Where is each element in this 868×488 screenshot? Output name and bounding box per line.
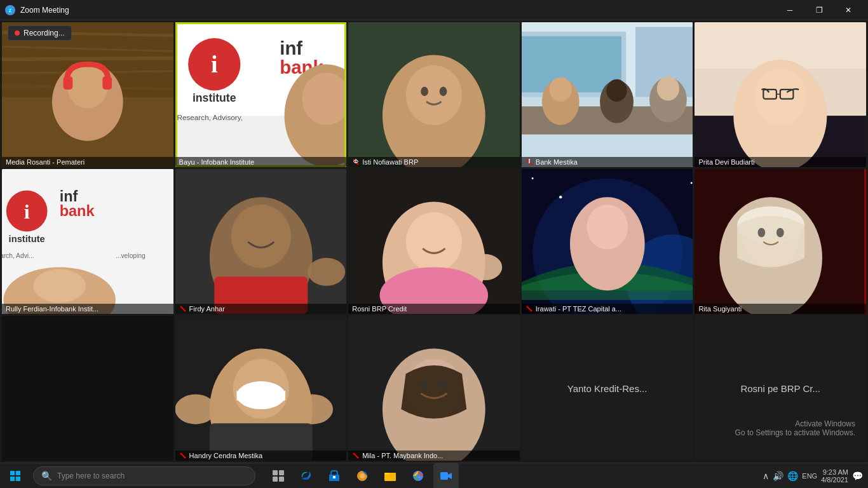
video-tile-10[interactable]: Rita Sugiyanti: [695, 169, 866, 314]
participant-name-10: Rita Sugiyanti: [698, 305, 742, 313]
video-tile-11[interactable]: Handry Cendra Mestika: [175, 316, 347, 461]
svg-point-99: [175, 395, 216, 424]
edge-browser-icon[interactable]: [294, 463, 319, 489]
chevron-up-icon[interactable]: ∧: [763, 471, 769, 481]
notification-icon[interactable]: 💬: [852, 471, 863, 481]
tile-label-8: Rosni BRP Credit: [348, 304, 520, 314]
video-tile-14[interactable]: Rosni pe BRP Cr...: [695, 316, 866, 461]
svg-point-28: [421, 86, 428, 96]
search-bar[interactable]: 🔍 Type here to search: [33, 466, 255, 485]
close-button[interactable]: ✕: [834, 0, 863, 20]
mute-icon-9: [526, 305, 533, 313]
system-clock[interactable]: 9:23 AM 4/8/2021: [821, 468, 848, 484]
files-icon[interactable]: [377, 463, 403, 489]
participant-name-13-display: Yanto Kredit-Res...: [567, 383, 648, 394]
svg-rect-114: [279, 470, 284, 475]
svg-point-100: [292, 395, 333, 424]
store-icon[interactable]: [322, 463, 347, 489]
svg-point-126: [416, 474, 420, 478]
mute-icon-4: [526, 158, 533, 166]
svg-rect-119: [333, 476, 336, 478]
svg-rect-112: [16, 477, 20, 481]
participant-name-14: Rosni pe BRP Cr...: [740, 383, 820, 394]
tile-label-11: Handry Cendra Mestika: [175, 451, 347, 461]
video-tile-5[interactable]: Prita Devi Budiarti: [695, 22, 866, 167]
recording-dot: [15, 30, 20, 36]
svg-text:Z: Z: [9, 8, 12, 13]
svg-line-102: [180, 453, 186, 458]
svg-line-108: [353, 453, 358, 458]
chrome-icon[interactable]: [405, 463, 431, 489]
clock-time: 9:23 AM: [821, 468, 848, 476]
zoom-taskbar-icon[interactable]: [433, 463, 459, 489]
svg-rect-110: [16, 471, 20, 475]
video-tile-2[interactable]: i inf bank institute Research, Advisory,…: [175, 22, 347, 167]
svg-point-71: [406, 212, 462, 272]
mute-icon-7: [179, 305, 187, 313]
task-view-icon[interactable]: [266, 463, 291, 489]
minimize-button[interactable]: ─: [775, 0, 804, 20]
video-tile-9[interactable]: Irawati - PT TEZ Capital a...: [522, 169, 693, 314]
tile-label-6: Rully Ferdian-Infobank Instit...: [2, 304, 173, 314]
network-icon[interactable]: 🌐: [787, 471, 798, 481]
svg-point-66: [308, 258, 345, 286]
svg-line-6: [2, 58, 173, 60]
svg-point-78: [531, 177, 533, 179]
maximize-button[interactable]: ❐: [804, 0, 834, 20]
svg-text:institute: institute: [9, 234, 45, 244]
svg-rect-88: [865, 169, 866, 314]
mute-icon-3: [352, 158, 360, 166]
titlebar-title: Zoom Meeting: [20, 6, 69, 15]
svg-point-106: [421, 380, 428, 390]
start-button[interactable]: [0, 463, 31, 489]
svg-rect-11: [64, 76, 73, 90]
video-tile-8[interactable]: Rosni BRP Credit: [348, 169, 520, 314]
svg-text:bank: bank: [60, 203, 95, 219]
svg-text:i: i: [211, 51, 218, 78]
svg-point-29: [440, 86, 447, 96]
video-tile-6[interactable]: i inf bank institute Research, Advi... .…: [2, 169, 173, 314]
svg-marker-128: [448, 473, 452, 479]
titlebar: Z Zoom Meeting ─ ❐ ✕: [0, 0, 868, 20]
svg-text:institute: institute: [193, 92, 236, 104]
tile-label-10: Rita Sugiyanti: [695, 304, 866, 314]
search-icon: 🔍: [41, 471, 52, 481]
svg-rect-123: [384, 473, 390, 475]
svg-point-121: [360, 473, 365, 478]
participant-name-4: Bank Mestika: [536, 158, 578, 166]
svg-rect-115: [273, 477, 278, 482]
speaker-icon[interactable]: 🔊: [773, 471, 783, 481]
participant-name-2: Bayu - Infobank Institute: [179, 158, 255, 166]
video-tile-4[interactable]: Bank Mestika: [522, 22, 693, 167]
participant-name-1: Media Rosanti - Pemateri: [6, 158, 85, 166]
video-tile-7[interactable]: Firdy Anhar: [175, 169, 347, 314]
svg-point-92: [758, 228, 766, 238]
svg-point-93: [776, 228, 784, 238]
language-indicator[interactable]: ENG: [802, 472, 817, 480]
video-tile-3[interactable]: Isti Nofiawati BRP: [348, 22, 520, 167]
firefox-icon[interactable]: [349, 463, 375, 489]
participant-name-11: Handry Cendra Mestika: [189, 452, 263, 459]
participant-name-6: Rully Ferdian-Infobank Instit...: [6, 305, 98, 313]
participant-name-5: Prita Devi Budiarti: [698, 158, 754, 166]
tile-label-5: Prita Devi Budiarti: [695, 157, 866, 167]
titlebar-left: Z Zoom Meeting: [5, 5, 69, 15]
participant-name-7: Firdy Anhar: [189, 305, 225, 313]
tile-label-1: Media Rosanti - Pemateri: [2, 157, 173, 167]
tile-label-2: Bayu - Infobank Institute: [175, 157, 347, 167]
video-tile-12[interactable]: Mila - PT. Maybank Indo...: [348, 316, 520, 461]
system-icons: ∧ 🔊 🌐: [763, 471, 798, 481]
participant-name-14-display: Rosni pe BRP Cr...: [740, 383, 820, 394]
taskbar-app-icons: [266, 463, 459, 489]
participant-name-12: Mila - PT. Maybank Indo...: [362, 452, 443, 459]
svg-point-40: [606, 79, 627, 102]
svg-point-65: [231, 205, 290, 268]
svg-rect-12: [102, 76, 112, 90]
participant-name-9: Irawati - PT TEZ Capital a...: [536, 305, 621, 313]
video-tile-1[interactable]: Media Rosanti - Pemateri: [2, 22, 173, 167]
video-tile-13[interactable]: Yanto Kredit-Res...: [522, 316, 693, 461]
svg-text:i: i: [24, 200, 30, 223]
svg-point-79: [559, 196, 562, 198]
titlebar-controls: ─ ❐ ✕: [775, 0, 863, 20]
svg-text:Research, Advi...: Research, Advi...: [2, 252, 34, 259]
